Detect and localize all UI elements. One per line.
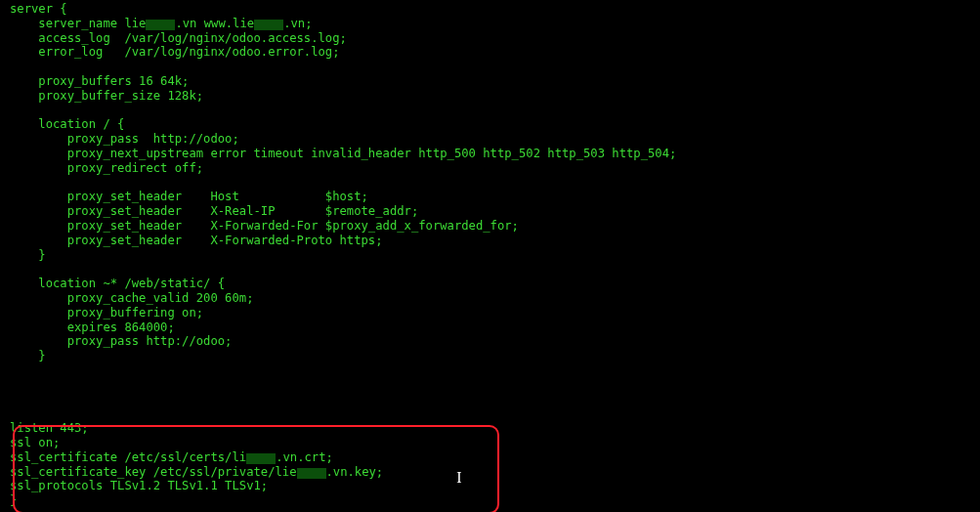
code-line-6: proxy_buffer_size 128k; (10, 89, 203, 103)
code-line-14: proxy_set_header X-Real-IP $remote_addr; (10, 204, 418, 218)
code-line-17: } (10, 248, 46, 262)
redacted-segment (254, 20, 283, 30)
nginx-config-editor[interactable]: server { server_name lie.vn www.lie.vn; … (0, 0, 980, 512)
code-line-10: proxy_next_upstream error timeout invali… (10, 147, 676, 160)
code-line-32: ssl_certificate_key /etc/ssl/private/lie… (10, 465, 383, 479)
code-line-2: access_log /var/log/nginx/odoo.access.lo… (10, 31, 347, 45)
code-line-29: listen 443; (10, 421, 89, 435)
code-line-31: ssl_certificate /etc/ssl/certs/li.vn.crt… (10, 450, 333, 464)
code-line-3: error_log /var/log/nginx/odoo.error.log; (10, 45, 340, 59)
code-line-22: expires 864000; (10, 320, 175, 334)
code-line-30: ssl on; (10, 436, 60, 449)
code-line-15: proxy_set_header X-Forwarded-For $proxy_… (10, 219, 519, 233)
code-line-34: } (10, 493, 17, 507)
redacted-segment (297, 468, 326, 479)
redacted-segment (146, 20, 175, 30)
code-line-9: proxy_pass http://odoo; (10, 132, 239, 146)
code-line-19: location ~* /web/static/ { (10, 277, 225, 290)
code-line-21: proxy_buffering on; (10, 306, 203, 320)
code-line-20: proxy_cache_valid 200 60m; (10, 291, 253, 305)
code-line-5: proxy_buffers 16 64k; (10, 74, 189, 88)
code-line-24: } (10, 349, 46, 363)
code-line-23: proxy_pass http://odoo; (10, 334, 232, 348)
code-line-8: location / { (10, 117, 124, 131)
code-line-11: proxy_redirect off; (10, 161, 203, 175)
code-line-13: proxy_set_header Host $host; (10, 190, 368, 203)
redacted-segment (246, 453, 276, 464)
code-line-1: server_name lie.vn www.lie.vn; (10, 17, 313, 30)
code-line-16: proxy_set_header X-Forwarded-Proto https… (10, 234, 383, 247)
code-line-0: server { (10, 2, 67, 16)
code-line-33: ssl_protocols TLSv1.2 TLSv1.1 TLSv1; (10, 479, 268, 492)
